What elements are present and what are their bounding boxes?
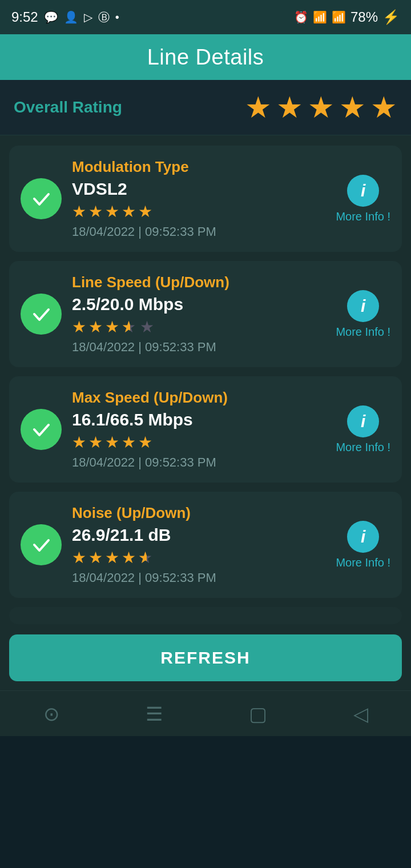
star-ls-1: ★: [72, 318, 86, 336]
status-right: ⏰ 📶 📶 78% ⚡: [294, 9, 400, 25]
star-n-2: ★: [88, 548, 103, 567]
partial-card-peek: [9, 607, 402, 624]
star-ls-2: ★: [88, 318, 103, 336]
overall-star-3: ★: [308, 90, 335, 124]
card-noise: Noise (Up/Down) 26.9/21.1 dB ★ ★ ★ ★ ★ ★…: [9, 492, 402, 598]
alarm-icon: ⏰: [294, 10, 308, 24]
star-ls-5: ★: [140, 318, 154, 336]
card-date-modulation: 18/04/2022 | 09:52:33 PM: [72, 224, 325, 239]
star-n-1: ★: [72, 548, 86, 567]
overall-rating-stars: ★ ★ ★ ★ ★: [245, 90, 397, 124]
card-value-maxspeed: 16.1/66.5 Mbps: [72, 410, 325, 429]
star-m-4: ★: [122, 202, 136, 221]
media-icon: ▷: [84, 10, 92, 24]
card-value-modulation: VDSL2: [72, 179, 325, 199]
overall-star-4: ★: [339, 90, 366, 124]
more-info-maxspeed[interactable]: i More Info !: [336, 405, 390, 454]
card-stars-maxspeed: ★ ★ ★ ★ ★: [72, 433, 325, 452]
card-stars-noise: ★ ★ ★ ★ ★ ★: [72, 548, 325, 567]
card-title-speed: Line Speed (Up/Down): [72, 274, 325, 291]
card-date-speed: 18/04/2022 | 09:52:33 PM: [72, 340, 325, 355]
check-icon-noise: [21, 524, 62, 565]
star-ls-3: ★: [105, 318, 119, 336]
status-bar: 9:52 💬 👤 ▷ Ⓑ • ⏰ 📶 📶 78% ⚡: [0, 0, 411, 34]
battery-level: 78%: [350, 9, 378, 25]
header: Line Details: [0, 34, 411, 80]
card-date-maxspeed: 18/04/2022 | 09:52:33 PM: [72, 455, 325, 470]
nav-bar: ⊙ ☰ ▢ ◁: [0, 690, 411, 736]
card-stars-speed: ★ ★ ★ ★ ★ ★: [72, 318, 325, 336]
overall-star-1: ★: [245, 90, 272, 124]
signal-icon: 📶: [332, 10, 346, 24]
message-icon: 💬: [44, 10, 58, 24]
star-n-3: ★: [105, 548, 119, 567]
check-icon-speed: [21, 294, 62, 335]
card-body-modulation: Modulation Type VDSL2 ★ ★ ★ ★ ★ 18/04/20…: [72, 158, 325, 239]
card-title-maxspeed: Max Speed (Up/Down): [72, 389, 325, 407]
check-icon-modulation: [21, 178, 62, 219]
card-line-speed: Line Speed (Up/Down) 2.5/20.0 Mbps ★ ★ ★…: [9, 261, 402, 367]
card-max-speed: Max Speed (Up/Down) 16.1/66.5 Mbps ★ ★ ★…: [9, 376, 402, 483]
star-m-5: ★: [138, 202, 152, 221]
overall-star-5: ★: [370, 90, 397, 124]
card-value-speed: 2.5/20.0 Mbps: [72, 295, 325, 314]
more-info-label-modulation: More Info !: [336, 210, 390, 223]
battery-charging-icon: ⚡: [382, 9, 400, 25]
bottom-area: REFRESH: [0, 634, 411, 690]
info-icon-noise: i: [347, 521, 379, 553]
dot-icon: •: [115, 11, 119, 24]
card-modulation-type: Modulation Type VDSL2 ★ ★ ★ ★ ★ 18/04/20…: [9, 146, 402, 252]
more-info-noise[interactable]: i More Info !: [336, 521, 390, 569]
star-ms-2: ★: [88, 433, 103, 452]
more-info-label-speed: More Info !: [336, 326, 390, 339]
info-icon-maxspeed: i: [347, 405, 379, 437]
star-m-1: ★: [72, 202, 86, 221]
star-ms-1: ★: [72, 433, 86, 452]
page-title: Line Details: [147, 45, 264, 70]
nav-home-icon[interactable]: ⊙: [43, 702, 59, 725]
check-icon-maxspeed: [21, 409, 62, 450]
refresh-button[interactable]: REFRESH: [9, 634, 402, 681]
card-body-speed: Line Speed (Up/Down) 2.5/20.0 Mbps ★ ★ ★…: [72, 274, 325, 355]
nav-back-icon[interactable]: ◁: [353, 702, 368, 725]
wifi-icon: 📶: [313, 10, 327, 24]
card-title-modulation: Modulation Type: [72, 158, 325, 176]
cards-container: Modulation Type VDSL2 ★ ★ ★ ★ ★ 18/04/20…: [0, 135, 411, 634]
star-ms-3: ★: [105, 433, 119, 452]
more-info-speed[interactable]: i More Info !: [336, 290, 390, 339]
more-info-label-maxspeed: More Info !: [336, 441, 390, 454]
card-body-maxspeed: Max Speed (Up/Down) 16.1/66.5 Mbps ★ ★ ★…: [72, 389, 325, 470]
overall-rating-row: Overall Rating ★ ★ ★ ★ ★: [0, 80, 411, 135]
person-icon: 👤: [64, 10, 78, 24]
nav-menu-icon[interactable]: ☰: [146, 702, 163, 725]
star-ms-5: ★: [138, 433, 152, 452]
status-time: 9:52: [11, 9, 38, 25]
info-icon-modulation: i: [347, 175, 379, 207]
card-title-noise: Noise (Up/Down): [72, 504, 325, 522]
card-value-noise: 26.9/21.1 dB: [72, 525, 325, 545]
star-m-2: ★: [88, 202, 103, 221]
overall-rating-label: Overall Rating: [14, 98, 122, 116]
card-date-noise: 18/04/2022 | 09:52:33 PM: [72, 570, 325, 585]
more-info-label-noise: More Info !: [336, 556, 390, 569]
star-ms-4: ★: [122, 433, 136, 452]
card-body-noise: Noise (Up/Down) 26.9/21.1 dB ★ ★ ★ ★ ★ ★…: [72, 504, 325, 585]
status-left: 9:52 💬 👤 ▷ Ⓑ •: [11, 9, 119, 25]
card-stars-modulation: ★ ★ ★ ★ ★: [72, 202, 325, 221]
nav-square-icon[interactable]: ▢: [249, 702, 267, 725]
star-ls-4-half: ★ ★: [122, 318, 138, 333]
star-n-4: ★: [122, 548, 136, 567]
star-m-3: ★: [105, 202, 119, 221]
more-info-modulation[interactable]: i More Info !: [336, 175, 390, 223]
star-n-5-half: ★ ★: [138, 548, 154, 564]
info-icon-speed: i: [347, 290, 379, 322]
b-icon: Ⓑ: [98, 10, 110, 25]
overall-star-2: ★: [276, 90, 303, 124]
